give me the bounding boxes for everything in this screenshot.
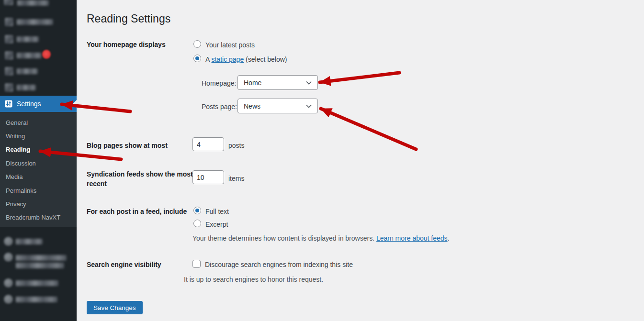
submenu-item-privacy[interactable]: Privacy bbox=[0, 197, 77, 210]
search-visibility-label: Search engine visibility bbox=[87, 260, 193, 270]
feed-description-text: Your theme determines how content is dis… bbox=[192, 234, 376, 242]
blog-pages-input[interactable] bbox=[192, 137, 224, 151]
submenu-item-breadcrumb-navxt[interactable]: Breadcrumb NavXT bbox=[0, 211, 77, 224]
sidebar-item-settings[interactable]: Settings bbox=[0, 96, 77, 112]
menu-label-blurred bbox=[16, 239, 43, 244]
chevron-down-icon bbox=[306, 104, 312, 108]
menu-icon bbox=[5, 67, 13, 76]
plugin-gear-icon bbox=[4, 253, 13, 262]
submenu-item-general[interactable]: General bbox=[0, 116, 77, 129]
homepage-select-value: Home bbox=[244, 79, 261, 87]
chevron-down-icon bbox=[306, 81, 312, 85]
update-count-badge bbox=[42, 50, 51, 59]
static-page-radio-label[interactable]: A static page (select below) bbox=[205, 55, 287, 65]
menu-icon bbox=[5, 83, 13, 92]
admin-sidebar: Settings General Writing Reading Discuss… bbox=[0, 0, 77, 321]
plugin-gear-icon bbox=[4, 237, 13, 246]
current-menu-arrow bbox=[69, 100, 77, 108]
search-visibility-description: It is up to search engines to honor this… bbox=[184, 275, 323, 285]
homepage-select[interactable]: Home bbox=[237, 75, 318, 90]
feed-description-period: . bbox=[448, 234, 450, 242]
submenu-item-permalinks[interactable]: Permalinks bbox=[0, 184, 77, 197]
submenu-item-reading[interactable]: Reading bbox=[0, 143, 77, 156]
save-changes-button[interactable]: Save Changes bbox=[87, 301, 143, 314]
settings-label: Settings bbox=[17, 100, 41, 108]
blog-pages-label: Blog pages show at most bbox=[87, 141, 193, 151]
menu-label-blurred bbox=[17, 36, 39, 42]
discourage-indexing-label[interactable]: Discourage search engines from indexing … bbox=[205, 260, 353, 270]
latest-posts-radio-label[interactable]: Your latest posts bbox=[205, 41, 255, 50]
posts-page-select-value: News bbox=[244, 102, 260, 110]
feed-description: Your theme determines how content is dis… bbox=[192, 234, 449, 244]
syndication-suffix: items bbox=[228, 174, 244, 184]
feed-include-label: For each post in a feed, include bbox=[87, 207, 193, 217]
excerpt-radio[interactable] bbox=[193, 220, 201, 227]
static-page-radio[interactable] bbox=[193, 55, 201, 62]
static-page-prefix: A bbox=[205, 55, 211, 63]
blog-pages-suffix: posts bbox=[228, 141, 244, 151]
page-title: Reading Settings bbox=[87, 12, 170, 26]
menu-icon bbox=[5, 35, 13, 44]
menu-icon bbox=[4, 0, 13, 5]
discourage-indexing-checkbox[interactable] bbox=[192, 260, 201, 268]
learn-more-feeds-link[interactable]: Learn more about feeds bbox=[376, 234, 448, 242]
settings-sliders-icon bbox=[5, 100, 12, 108]
menu-label-blurred bbox=[16, 297, 57, 302]
latest-posts-radio[interactable] bbox=[193, 40, 201, 48]
syndication-input[interactable] bbox=[192, 170, 224, 184]
reading-settings-page: Settings General Writing Reading Discuss… bbox=[0, 0, 644, 321]
full-text-radio[interactable] bbox=[193, 207, 201, 214]
syndication-label: Syndication feeds show the most recent bbox=[87, 170, 193, 188]
menu-icon bbox=[5, 18, 13, 26]
menu-label-blurred bbox=[16, 263, 64, 268]
menu-label-blurred bbox=[17, 19, 53, 25]
plugin-gear-icon bbox=[4, 278, 13, 288]
main-content: Reading Settings Your homepage displays … bbox=[77, 0, 644, 321]
submenu-item-media[interactable]: Media bbox=[0, 170, 77, 184]
settings-submenu: General Writing Reading Discussion Media… bbox=[0, 112, 77, 227]
plugin-gear-icon bbox=[4, 295, 13, 304]
menu-label-blurred bbox=[17, 53, 42, 58]
menu-label-blurred bbox=[16, 255, 67, 261]
menu-label-blurred bbox=[16, 280, 58, 286]
posts-page-select-label: Posts page: bbox=[202, 102, 237, 112]
menu-label-blurred bbox=[17, 85, 36, 90]
menu-label-blurred bbox=[17, 0, 49, 6]
full-text-radio-label[interactable]: Full text bbox=[205, 207, 229, 217]
static-page-suffix: (select below) bbox=[244, 55, 287, 63]
submenu-item-writing[interactable]: Writing bbox=[0, 129, 77, 143]
menu-icon bbox=[5, 51, 13, 60]
homepage-displays-label: Your homepage displays bbox=[87, 40, 193, 50]
static-page-link[interactable]: static page bbox=[211, 55, 244, 63]
excerpt-radio-label[interactable]: Excerpt bbox=[205, 220, 228, 230]
posts-page-select[interactable]: News bbox=[237, 99, 318, 113]
homepage-select-label: Homepage: bbox=[202, 79, 236, 89]
submenu-item-discussion[interactable]: Discussion bbox=[0, 156, 77, 170]
menu-label-blurred bbox=[17, 68, 38, 74]
